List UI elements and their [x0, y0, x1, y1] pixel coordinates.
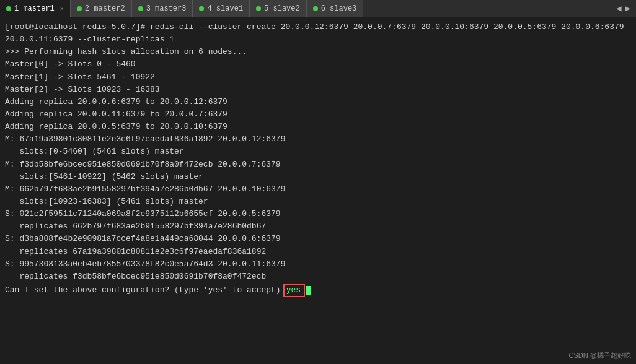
tab-label-2: 2 master2	[85, 4, 125, 13]
tab-dot-6	[313, 6, 318, 11]
tab-bar: 1 master1 ✕ 2 master2 3 master3 4 slave1…	[0, 0, 636, 17]
tab-master1[interactable]: 1 master1 ✕	[0, 0, 71, 17]
tab-label-1: 1 master1	[14, 4, 55, 13]
tab-label-4: 4 slave1	[207, 4, 243, 13]
terminal-area: [root@localhost redis-5.0.7]# redis-cli …	[0, 17, 636, 364]
tab-label-3: 3 master3	[146, 4, 187, 13]
tab-slave1[interactable]: 4 slave1	[193, 0, 250, 17]
prompt-text: Can I set the above configuration? (type…	[5, 284, 281, 297]
tab-close-1[interactable]: ✕	[60, 5, 64, 12]
tab-slave2[interactable]: 5 slave2	[250, 0, 307, 17]
tab-master2[interactable]: 2 master2	[71, 0, 132, 17]
tab-next-button[interactable]: ▶	[624, 3, 632, 14]
yes-input-value[interactable]: yes	[283, 284, 305, 297]
tab-label-6: 6 slave3	[321, 4, 357, 13]
tab-nav: ◀ ▶	[611, 3, 636, 14]
tab-dot-4	[199, 6, 204, 11]
terminal-content: [root@localhost redis-5.0.7]# redis-cli …	[5, 21, 631, 283]
last-line: Can I set the above configuration? (type…	[5, 284, 631, 297]
tab-dot-1	[6, 6, 11, 11]
tab-slave3[interactable]: 6 slave3	[307, 0, 364, 17]
tab-label-5: 5 slave2	[264, 4, 300, 13]
yes-input-box[interactable]: yes	[283, 284, 311, 297]
tab-dot-2	[77, 6, 82, 11]
tab-master3[interactable]: 3 master3	[132, 0, 193, 17]
tab-dot-5	[256, 6, 261, 11]
tab-dot-3	[138, 6, 143, 11]
cursor	[306, 286, 311, 295]
tab-prev-button[interactable]: ◀	[614, 3, 623, 14]
watermark: CSDN @橘子超好吃	[569, 351, 631, 360]
